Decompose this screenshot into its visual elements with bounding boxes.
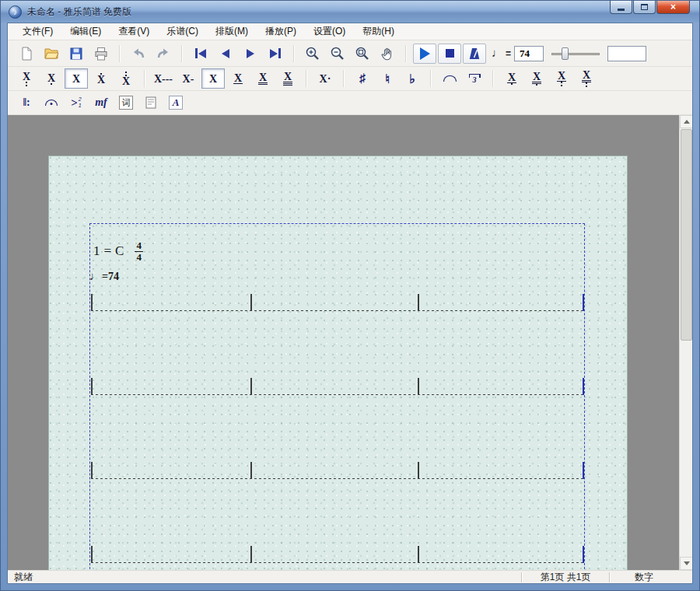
note-sixteenth-low-button[interactable]: X: [525, 68, 548, 89]
note-sixteenth-button[interactable]: X: [251, 68, 275, 89]
zoom-page-button[interactable]: [351, 44, 374, 64]
accent-dynamics-button[interactable]: > 21: [65, 93, 88, 113]
note-thirtysecond-button[interactable]: X: [276, 68, 299, 89]
slur-button[interactable]: [438, 68, 461, 89]
triplet-icon: 3: [469, 74, 481, 84]
underline3-icon: [283, 82, 292, 86]
tempo-input[interactable]: [514, 46, 544, 61]
scroll-up-button[interactable]: [680, 115, 692, 128]
time-numerator: 4: [135, 240, 143, 251]
toolbar-main: ♩ =: [8, 40, 692, 67]
note-sixteenth-low2-button[interactable]: X: [575, 68, 598, 89]
low2-dots-icon: [586, 82, 587, 87]
octave-down1-dot-icon: [51, 83, 52, 85]
metronome-button[interactable]: [463, 44, 486, 64]
play-button[interactable]: [413, 44, 436, 64]
zoom-out-button[interactable]: [326, 44, 349, 64]
menu-play[interactable]: 播放(P): [257, 23, 305, 40]
triplet-button[interactable]: 3: [463, 68, 486, 89]
flat-button[interactable]: ♭: [401, 68, 424, 89]
go-previous-button[interactable]: [214, 44, 237, 64]
barline: [418, 546, 419, 563]
fermata-button[interactable]: [40, 93, 63, 113]
repeat-barline-button[interactable]: ‖:: [15, 93, 38, 113]
note-octave-up1-button[interactable]: X: [89, 68, 113, 89]
editor-canvas[interactable]: 1 = C 4 4 ♩ =74: [8, 115, 692, 570]
scroll-down-button[interactable]: [680, 557, 692, 570]
page-layout-button[interactable]: [139, 93, 163, 113]
slur-icon: [443, 75, 457, 82]
menu-file[interactable]: 文件(F): [14, 23, 61, 40]
tempo-slider[interactable]: [551, 46, 600, 61]
menu-help[interactable]: 帮助(H): [354, 23, 403, 40]
text-tool-button[interactable]: A: [164, 93, 187, 113]
slider-thumb[interactable]: [562, 47, 569, 60]
staff-line-2: [91, 394, 584, 395]
page-layout-icon: [144, 96, 158, 110]
low2-dots-icon: [561, 82, 562, 86]
note-eighth-low2-button[interactable]: X: [550, 68, 573, 89]
window-title: 未命名 - 雅乐简谱 免费版: [27, 5, 131, 19]
zoom-in-button[interactable]: [301, 44, 324, 64]
close-button[interactable]: ×: [656, 1, 690, 14]
hand-pan-button[interactable]: [376, 44, 399, 64]
go-first-button[interactable]: [189, 44, 212, 64]
note-octave-normal-button[interactable]: X: [65, 68, 88, 89]
new-document-button[interactable]: [15, 44, 38, 64]
toolbar-separator: [306, 70, 307, 87]
note-half-button[interactable]: X-: [177, 68, 200, 89]
minimize-icon: [618, 9, 625, 11]
sharp-button[interactable]: ♯: [351, 68, 374, 89]
note-octave-up2-button[interactable]: X: [114, 68, 138, 89]
menu-score[interactable]: 乐谱(C): [158, 23, 207, 40]
metronome-icon: [467, 46, 482, 61]
barline: [583, 462, 584, 479]
key-signature[interactable]: 1 = C 4 4: [93, 240, 143, 262]
mf-icon: mf: [95, 96, 107, 109]
menu-settings[interactable]: 设置(O): [305, 23, 354, 40]
low-dot-icon: [511, 83, 513, 85]
natural-button[interactable]: ♮: [376, 68, 399, 89]
menu-edit[interactable]: 编辑(E): [61, 23, 110, 40]
menu-view[interactable]: 查看(V): [110, 23, 158, 40]
note-octave-down1-button[interactable]: X: [40, 68, 63, 89]
key-equals: =: [104, 243, 112, 259]
tempo-marking[interactable]: ♩ =74: [89, 270, 119, 283]
barline: [91, 546, 93, 563]
redo-button[interactable]: [152, 44, 175, 64]
mf-dynamics-button[interactable]: mf: [89, 93, 113, 113]
go-last-button[interactable]: [264, 44, 287, 64]
note-whole-button[interactable]: X---: [152, 68, 175, 89]
scrollbar-thumb[interactable]: [681, 129, 692, 341]
zoom-out-icon: [330, 46, 345, 61]
speed-input[interactable]: [607, 46, 646, 61]
barline: [418, 294, 419, 311]
undo-icon: [131, 46, 146, 61]
note-dotted-button[interactable]: X·: [313, 68, 337, 89]
save-button[interactable]: [65, 44, 88, 64]
minimize-button[interactable]: [610, 1, 632, 14]
toolbar-separator: [293, 45, 295, 62]
scroll-down-icon: [684, 561, 690, 565]
low-dot-icon: [536, 84, 537, 86]
selection-rectangle: [89, 223, 585, 570]
note-quarter-button[interactable]: X: [201, 68, 225, 89]
underline2-icon: [258, 82, 268, 85]
app-logo-icon: ♪: [9, 5, 22, 19]
open-folder-icon: [44, 46, 59, 61]
print-button[interactable]: [89, 44, 113, 64]
vertical-scrollbar[interactable]: [679, 115, 692, 570]
staff-line-3: [91, 478, 584, 479]
lyrics-button[interactable]: 词: [114, 93, 138, 113]
note-eighth-low-button[interactable]: X: [500, 68, 523, 89]
titlebar[interactable]: ♪ 未命名 - 雅乐简谱 免费版 ×: [1, 1, 699, 23]
menu-layout[interactable]: 排版(M): [207, 23, 257, 40]
go-next-button[interactable]: [239, 44, 262, 64]
undo-button[interactable]: [127, 44, 150, 64]
note-eighth-button[interactable]: X: [226, 68, 250, 89]
stop-button[interactable]: [438, 44, 461, 64]
open-file-button[interactable]: [40, 44, 63, 64]
maximize-button[interactable]: [633, 1, 656, 14]
save-icon: [68, 46, 84, 61]
note-octave-down2-button[interactable]: X: [15, 68, 38, 89]
